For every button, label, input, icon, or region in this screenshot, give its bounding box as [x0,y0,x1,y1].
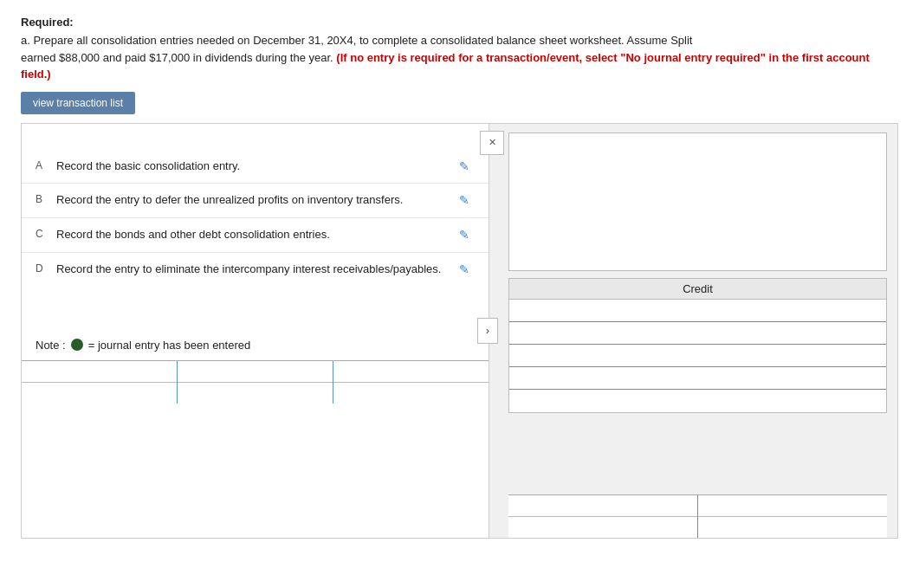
rbt-row-2-2[interactable] [698,517,887,538]
bottom-table-right [508,477,887,538]
entry-text-b: Record the entry to defer the unrealized… [56,192,450,209]
edit-icon-c[interactable]: ✎ [459,228,475,242]
entry-text-a: Record the basic consolidation entry. [56,158,450,175]
credit-line-4[interactable] [509,367,886,390]
entry-text-c: Record the bonds and other debt consolid… [56,227,450,243]
right-panel: › Credit [489,124,897,538]
rbt-row-2-1[interactable] [698,495,887,517]
entry-letter-a: A [36,159,48,171]
required-label: Required: [21,16,898,29]
list-item: A Record the basic consolidation entry. … [22,150,489,184]
right-bt-cell-2 [698,495,887,538]
right-bottom-cells [508,494,887,538]
view-transaction-btn[interactable]: view transaction list [21,92,135,114]
edit-icon-a[interactable]: ✎ [459,159,475,173]
bt-row-3-2[interactable] [333,383,489,404]
bt-row-2-1[interactable] [178,361,333,383]
close-icon[interactable]: ✕ [480,131,504,155]
rbt-row-1-1[interactable] [508,495,697,517]
instruction-line2: earned $88,000 and paid $17,000 in divid… [21,51,333,64]
bt-row-1-1[interactable] [22,361,177,383]
bt-row-1-2[interactable] [22,383,177,404]
entry-text-d: Record the entry to eliminate the interc… [56,262,450,278]
credit-section: Credit [508,278,887,413]
bt-row-3-1[interactable] [333,361,489,383]
list-item: B Record the entry to defer the unrealiz… [22,184,489,218]
bt-cell-2 [178,361,333,404]
main-container: ✕ A Record the basic consolidation entry… [21,123,898,539]
left-panel: ✕ A Record the basic consolidation entry… [22,124,489,538]
bottom-table-left [22,360,489,404]
instruction-line1: a. Prepare all consolidation entries nee… [21,34,692,47]
right-bt-cell-1 [508,495,698,538]
edit-icon-b[interactable]: ✎ [459,193,475,207]
bt-cell-1 [22,361,178,404]
credit-line-2[interactable] [509,322,886,345]
note-label: Note : [36,339,66,352]
instructions: a. Prepare all consolidation entries nee… [21,32,898,83]
credit-lines [508,299,887,413]
note-dot [71,339,83,351]
list-item: D Record the entry to eliminate the inte… [22,253,489,287]
edit-icon-d[interactable]: ✎ [459,262,475,276]
rbt-row-1-2[interactable] [508,517,697,538]
note-area: Note : = journal entry has been entered [22,339,489,360]
entry-letter-c: C [36,228,48,240]
chevron-btn[interactable]: › [477,318,498,344]
bt-cell-3 [333,361,489,404]
credit-line-1[interactable] [509,300,886,322]
bt-row-2-2[interactable] [178,383,333,404]
note-text: = journal entry has been entered [88,339,251,352]
entry-letter-d: D [36,262,48,275]
credit-line-3[interactable] [509,345,886,367]
list-item: C Record the bonds and other debt consol… [22,218,489,253]
credit-header: Credit [508,278,887,299]
credit-line-5[interactable] [509,390,886,412]
right-top-box [508,132,887,271]
entry-letter-b: B [36,193,48,205]
entry-list: A Record the basic consolidation entry. … [22,150,489,287]
